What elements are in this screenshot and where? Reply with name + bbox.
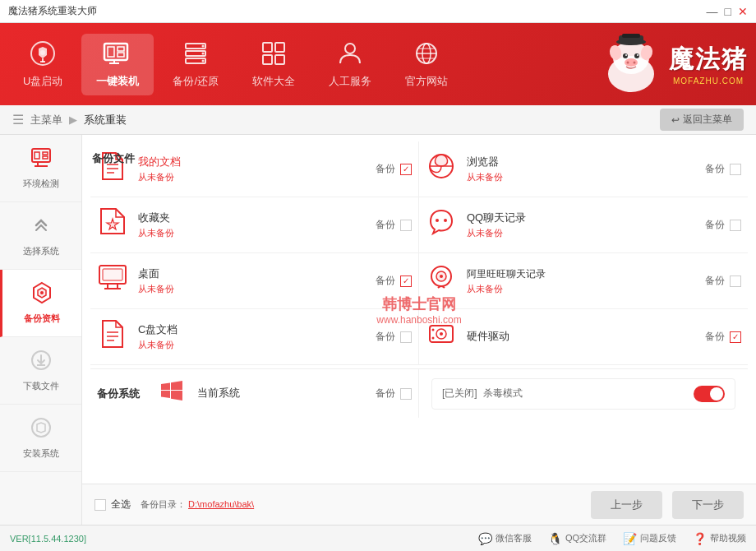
app-title: 魔法猪系统重装大师	[8, 4, 97, 18]
maximize-btn[interactable]: □	[725, 5, 731, 18]
svg-point-39	[634, 62, 636, 64]
svg-rect-43	[43, 156, 48, 159]
sidebar-item-env[interactable]: 环境检测	[0, 135, 81, 202]
close-btn[interactable]: ✕	[738, 5, 748, 18]
svg-rect-7	[118, 53, 124, 57]
backup-driver: 硬件驱动 备份 ✓	[419, 309, 748, 365]
backup-row-3: 桌面 从未备份 备份 ✓	[90, 253, 748, 309]
nav-item-service[interactable]: 人工服务	[314, 34, 386, 95]
browser-check: 备份	[705, 162, 741, 176]
main-layout: 环境检测 选择系统 备份资料	[0, 135, 756, 525]
backup-system-label: 备份系统	[97, 387, 140, 401]
content-area: 备份文件 我的文档	[82, 135, 756, 525]
qq-checkbox[interactable]	[730, 220, 741, 231]
browser-name: 浏览器	[467, 155, 695, 169]
cdocs-checkbox[interactable]	[400, 331, 412, 343]
status-wechat[interactable]: 💬 微信客服	[478, 532, 532, 545]
path-label: 备份目录：	[141, 499, 186, 509]
nav-item-usb[interactable]: U盘启动	[8, 34, 77, 95]
svg-point-1	[40, 50, 45, 55]
svg-point-20	[345, 44, 355, 53]
back-icon: ↩	[671, 114, 680, 126]
qq-check: 备份	[705, 218, 741, 232]
sidebar-item-install[interactable]: 安装系统	[0, 405, 81, 472]
aliww-icon	[426, 263, 457, 299]
cdocs-status: 从未备份	[138, 339, 366, 351]
favorites-name: 收藏夹	[138, 211, 366, 225]
version-text: VER[11.5.44.1230]	[10, 534, 86, 544]
nav-item-website[interactable]: 官方网站	[390, 34, 463, 95]
wechat-icon: 💬	[478, 532, 492, 545]
select-all-checkbox[interactable]	[94, 499, 106, 511]
svg-point-37	[625, 58, 638, 67]
svg-rect-16	[263, 43, 272, 52]
svg-rect-19	[275, 55, 284, 64]
mydocs-info: 我的文档 从未备份	[138, 155, 366, 183]
svg-point-33	[623, 53, 628, 58]
aliww-backup-label: 备份	[705, 274, 725, 288]
svg-rect-42	[43, 152, 48, 155]
nav-item-backup[interactable]: 备份/还原	[158, 34, 233, 95]
status-feedback[interactable]: 📝 问题反馈	[623, 532, 676, 545]
kill-mode-status: [已关闭] 杀毒模式	[442, 387, 523, 401]
next-button[interactable]: 下一步	[672, 491, 744, 519]
service-icon	[337, 40, 363, 71]
nav-label-service: 人工服务	[329, 74, 371, 89]
kill-mode-section: [已关闭] 杀毒模式	[419, 369, 748, 418]
help-icon: ❓	[693, 532, 707, 545]
aliww-checkbox[interactable]	[730, 276, 741, 287]
minimize-btn[interactable]: —	[707, 5, 718, 18]
select-all-label: 全选	[111, 498, 131, 512]
mydocs-name: 我的文档	[138, 155, 366, 169]
nav-item-install[interactable]: 一键装机	[81, 34, 154, 95]
breadcrumb-home[interactable]: 主菜单	[30, 113, 62, 127]
nav-label-backup: 备份/还原	[173, 74, 219, 89]
path-link[interactable]: D:\mofazhu\bak\	[188, 499, 254, 509]
favorites-checkbox[interactable]	[400, 220, 412, 231]
feedback-label: 问题反馈	[640, 532, 676, 544]
nav-label-website: 官方网站	[405, 74, 448, 89]
back-button[interactable]: ↩ 返回主菜单	[660, 109, 744, 131]
desktop-checkbox[interactable]: ✓	[400, 276, 412, 287]
install-icon	[103, 40, 132, 71]
env-icon	[30, 146, 53, 174]
prev-button[interactable]: 上一步	[591, 491, 662, 519]
sidebar-item-download[interactable]: 下载文件	[0, 337, 81, 405]
select-all-area[interactable]: 全选	[94, 498, 131, 512]
qq-status-icon: 🐧	[548, 532, 562, 545]
svg-point-57	[436, 219, 439, 222]
svg-point-74	[432, 337, 435, 340]
backup-qq: QQ聊天记录 从未备份 备份	[419, 197, 748, 253]
svg-point-34	[634, 53, 639, 58]
system-info: 当前系统	[197, 386, 366, 402]
help-label: 帮助视频	[710, 532, 746, 544]
status-qq[interactable]: 🐧 QQ交流群	[548, 532, 606, 545]
title-bar: 魔法猪系统重装大师 — □ ✕	[0, 0, 756, 23]
menu-icon: ☰	[12, 112, 24, 127]
nav-item-software[interactable]: 软件大全	[237, 34, 310, 95]
kill-mode-toggle[interactable]	[694, 386, 725, 402]
backup-row-2: 收藏夹 从未备份 备份	[90, 197, 748, 253]
qq-icon	[426, 207, 457, 243]
favorites-status: 从未备份	[138, 227, 366, 239]
driver-checkbox[interactable]: ✓	[730, 331, 741, 343]
browser-checkbox[interactable]	[730, 164, 741, 175]
svg-point-36	[637, 54, 638, 56]
status-help[interactable]: ❓ 帮助视频	[693, 532, 746, 545]
driver-icon	[426, 319, 457, 354]
backup-files-label: 备份文件	[92, 151, 135, 166]
backup-mydocs: 我的文档 从未备份 备份 ✓	[90, 141, 419, 197]
nav-label-software: 软件大全	[252, 74, 295, 89]
mydocs-checkbox[interactable]: ✓	[400, 164, 412, 175]
svg-rect-6	[118, 47, 124, 51]
windows-icon	[156, 377, 187, 410]
svg-point-38	[627, 62, 629, 64]
system-checkbox[interactable]	[400, 388, 412, 400]
qq-status-label: QQ交流群	[565, 532, 606, 544]
sidebar-item-backup[interactable]: 备份资料	[0, 270, 81, 337]
backup-system-section: 备份系统 当前系统 备份	[90, 369, 419, 418]
cdocs-icon	[97, 319, 128, 354]
svg-point-48	[40, 291, 44, 294]
favorites-check: 备份	[376, 218, 412, 232]
sidebar-item-select[interactable]: 选择系统	[0, 202, 81, 270]
